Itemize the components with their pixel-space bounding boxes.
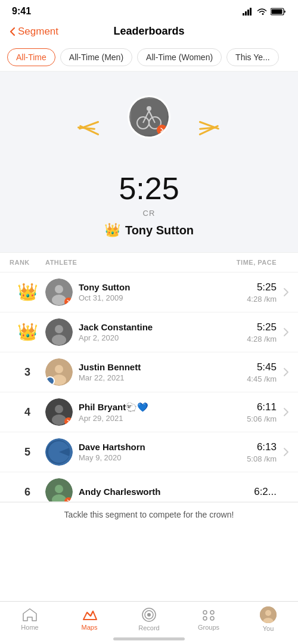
svg-point-25 [55, 485, 63, 493]
time-cell: 5:45 4:45 /km [205, 361, 277, 383]
svg-point-17 [55, 365, 63, 373]
athlete-date: Oct 31, 2009 [79, 293, 130, 302]
athlete-cell: Dave Hartshorn May 9, 2020 [45, 438, 205, 466]
svg-point-33 [210, 617, 214, 620]
nav-label-maps: Maps [82, 624, 98, 631]
leaderboard-list: 👑 Tony Sutton Oct 31, 2009 [0, 273, 298, 502]
nav-item-home[interactable]: Home [12, 608, 48, 631]
rank-number: 4 [24, 406, 30, 419]
athlete-avatar [45, 358, 73, 386]
row-chevron-icon [284, 408, 288, 416]
home-indicator [113, 637, 185, 640]
chevron-cell [277, 448, 288, 456]
athlete-date: Apr 2, 2020 [79, 333, 153, 342]
time-main: 6:2... [205, 486, 277, 498]
row-chevron-icon [284, 328, 288, 336]
signal-icon [243, 8, 253, 16]
burst-left [77, 121, 99, 136]
athlete-name: Jack Constantine [79, 322, 153, 332]
wifi-icon [257, 8, 267, 16]
rank-cell: 4 [10, 406, 45, 419]
athlete-name: Andy Charlesworth [79, 487, 161, 497]
table-row[interactable]: 👑 Jack Constantine Apr 2, 2020 5:25 4:28… [0, 312, 298, 352]
you-avatar-img [260, 606, 277, 623]
athlete-name: Tony Sutton [79, 282, 130, 292]
row-chevron-icon [284, 368, 288, 376]
nav-label-you: You [263, 625, 274, 632]
page-title: Leaderboards [113, 25, 184, 38]
crown-rank-icon: 👑 [17, 284, 38, 301]
badge-chevron-icon [66, 299, 71, 304]
nav-item-record[interactable]: Record [131, 607, 167, 631]
nav-label-groups: Groups [198, 624, 219, 631]
athlete-info: Justin Bennett Mar 22, 2021 [79, 362, 141, 382]
time-main: 6:11 [205, 401, 277, 413]
athlete-cell: Phil Bryant🐑💙 Apr 29, 2021 [45, 398, 205, 426]
back-label: Segment [18, 26, 58, 38]
nav-item-you[interactable]: You [250, 606, 286, 632]
svg-point-14 [55, 325, 63, 333]
time-main: 5:25 [205, 321, 277, 333]
svg-rect-2 [247, 10, 249, 16]
rank-cell: 3 [10, 366, 45, 379]
table-row[interactable]: 5 Dave Hartshorn May 9, 2020 6:13 5:08 /… [0, 432, 298, 472]
cta-text: Tackle this segment to compete for the c… [64, 510, 234, 519]
athlete-info: Andy Charlesworth [79, 487, 161, 498]
back-button[interactable]: Segment [10, 26, 58, 38]
svg-point-11 [55, 285, 63, 293]
avatar-badge [157, 125, 167, 135]
table-row[interactable]: 4 Phil Bryant🐑💙 Apr 29, 2021 [0, 392, 298, 432]
time-cell: 5:25 4:28 /km [205, 281, 277, 304]
filter-tab-all-time-women[interactable]: All-Time (Women) [137, 48, 222, 66]
row-badge [64, 497, 73, 502]
chevron-cell [277, 368, 288, 376]
back-chevron-icon [10, 27, 15, 36]
row-chevron-icon [284, 288, 288, 296]
nav-item-groups[interactable]: Groups [191, 608, 226, 631]
chevron-cell [277, 288, 288, 296]
burst-right [199, 121, 221, 136]
filter-tab-all-time-men[interactable]: All-Time (Men) [60, 48, 132, 66]
rank-cell: 👑 [10, 324, 45, 340]
time-cell: 6:11 5:06 /km [205, 401, 277, 423]
athlete-cell: Justin Bennett Mar 22, 2021 [45, 358, 205, 386]
filter-tabs: All-Time All-Time (Men) All-Time (Women)… [0, 44, 298, 72]
table-row[interactable]: 👑 Tony Sutton Oct 31, 2009 [0, 273, 298, 312]
table-row[interactable]: 3 Justin Bennett Mar 22, 2021 5:45 4:45 … [0, 352, 298, 392]
you-avatar [260, 606, 277, 623]
table-row[interactable]: 6 Andy Charlesworth 6:2.. [0, 472, 298, 502]
nav-label-record: Record [138, 624, 159, 631]
time-main: 5:45 [205, 361, 277, 373]
svg-point-31 [210, 611, 214, 614]
nav-item-maps[interactable]: Maps [72, 608, 107, 631]
time-cell: 6:13 5:08 /km [205, 441, 277, 463]
chevron-header [277, 259, 288, 266]
svg-point-32 [203, 617, 207, 620]
filter-tab-all-time[interactable]: All-Time [7, 48, 55, 66]
cr-avatar [128, 95, 170, 138]
cr-holder-name: Tony Sutton [125, 224, 194, 237]
chevron-cell [277, 328, 288, 336]
status-time: 9:41 [12, 6, 31, 17]
athlete-date: Apr 29, 2021 [79, 414, 148, 423]
athlete-cell: Andy Charlesworth [45, 478, 205, 502]
row-badge [64, 417, 73, 426]
home-icon [22, 608, 38, 622]
athlete-info: Jack Constantine Apr 2, 2020 [79, 322, 153, 342]
rank-cell: 5 [10, 446, 45, 459]
time-main: 5:25 [205, 281, 277, 293]
time-pace: 4:45 /km [205, 374, 277, 383]
filter-tab-this-year[interactable]: This Ye... [226, 48, 279, 66]
svg-rect-1 [245, 11, 247, 16]
badge-chevron-icon [66, 419, 71, 424]
svg-rect-0 [243, 13, 244, 16]
crown-rank-icon: 👑 [17, 324, 38, 340]
header: Segment Leaderboards [0, 20, 298, 44]
rank-cell: 6 [10, 486, 45, 499]
time-pace-header: TIME, PACE [205, 259, 277, 266]
row-badge [64, 298, 73, 306]
cr-section: 5:25 CR 👑 Tony Sutton [0, 72, 298, 252]
svg-rect-5 [272, 9, 283, 14]
athlete-avatar [45, 398, 73, 426]
rank-number: 6 [24, 486, 30, 499]
